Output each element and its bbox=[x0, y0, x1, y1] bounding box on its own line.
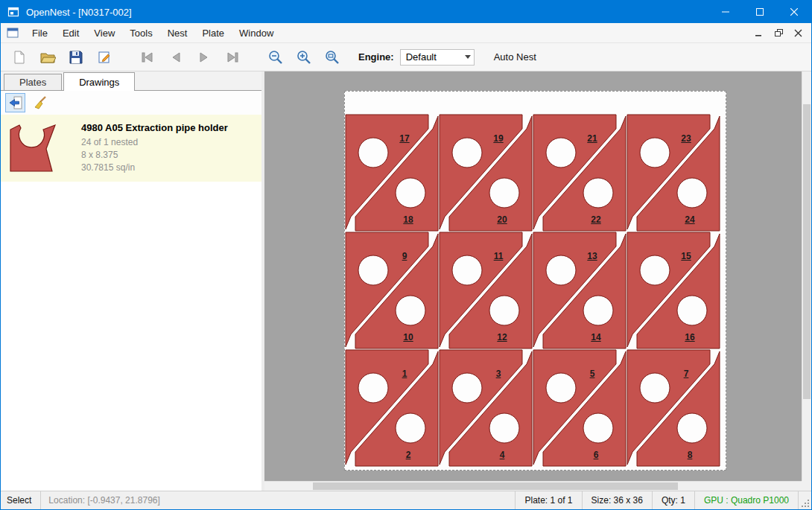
mdi-close-button[interactable] bbox=[789, 25, 807, 41]
zoom-in-button[interactable] bbox=[291, 46, 317, 68]
nest-pair-cell[interactable]: 2122 bbox=[533, 114, 627, 232]
mdi-restore-icon bbox=[774, 28, 784, 37]
part-number-label: 7 bbox=[684, 369, 689, 379]
auto-nest-button[interactable]: Auto Nest bbox=[488, 48, 542, 66]
part-number-label: 11 bbox=[494, 251, 504, 261]
nest-pair-cell[interactable]: 12 bbox=[345, 349, 439, 467]
menu-view[interactable]: View bbox=[86, 23, 122, 42]
import-drawing-icon bbox=[8, 95, 23, 110]
status-gpu: GPU : Quadro P1000 bbox=[694, 491, 798, 509]
part-number-label: 23 bbox=[681, 133, 691, 144]
menu-file[interactable]: File bbox=[25, 23, 55, 42]
nest-pair-cell[interactable]: 910 bbox=[345, 232, 439, 349]
part-number-label: 19 bbox=[493, 133, 503, 144]
nav-first-icon bbox=[141, 51, 154, 63]
menu-tools[interactable]: Tools bbox=[122, 23, 159, 42]
part-number-label: 22 bbox=[591, 214, 600, 225]
status-qty: Qty: 1 bbox=[652, 491, 694, 509]
new-file-icon bbox=[12, 50, 27, 65]
maximize-icon bbox=[756, 8, 764, 16]
part-number-label: 8 bbox=[688, 450, 693, 460]
zoom-out-button[interactable] bbox=[263, 46, 288, 68]
nest-pair-cell[interactable]: 1112 bbox=[439, 232, 533, 349]
resize-grip-icon bbox=[802, 500, 810, 508]
nest-pair-cell[interactable]: 1718 bbox=[345, 114, 439, 232]
engine-select[interactable]: Default bbox=[400, 49, 475, 66]
nest-pair-cell[interactable]: 1920 bbox=[439, 114, 533, 232]
minimize-icon bbox=[722, 8, 729, 16]
part-number-label: 6 bbox=[594, 450, 599, 460]
status-size: Size: 36 x 36 bbox=[582, 491, 652, 509]
nav-first-button[interactable] bbox=[135, 46, 160, 68]
nav-prev-button[interactable] bbox=[163, 46, 188, 68]
drawing-title: 4980 A05 Extraction pipe holder bbox=[81, 122, 228, 133]
tab-plates[interactable]: Plates bbox=[4, 74, 62, 90]
nest-pair-cell[interactable]: 1516 bbox=[627, 232, 720, 349]
minimize-button[interactable] bbox=[708, 1, 743, 23]
nav-last-icon bbox=[226, 51, 239, 63]
drawing-list-item[interactable]: 4980 A05 Extraction pipe holder 24 of 1 … bbox=[1, 115, 261, 182]
part-number-label: 21 bbox=[587, 133, 597, 144]
part-thumbnail bbox=[9, 124, 57, 173]
nest-pair-cell[interactable]: 56 bbox=[533, 349, 627, 467]
status-location: Location: [-0.9437, 21.8796] bbox=[41, 495, 515, 506]
mdi-close-icon bbox=[794, 29, 802, 37]
zoom-in-icon bbox=[296, 50, 311, 65]
engine-value: Default bbox=[406, 51, 462, 63]
nav-next-icon bbox=[197, 51, 211, 63]
clean-button[interactable] bbox=[30, 93, 50, 112]
horizontal-scrollbar[interactable] bbox=[264, 481, 802, 491]
resize-grip[interactable] bbox=[798, 491, 811, 509]
save-icon bbox=[69, 50, 83, 65]
menu-nest[interactable]: Nest bbox=[160, 23, 195, 42]
toolbar: Engine: Default Auto Nest bbox=[1, 42, 811, 71]
zoom-out-icon bbox=[268, 50, 283, 65]
menu-edit[interactable]: Edit bbox=[55, 23, 86, 42]
menu-window[interactable]: Window bbox=[232, 23, 281, 42]
hscroll-thumb[interactable] bbox=[313, 482, 678, 490]
nest-pair-cell[interactable]: 1314 bbox=[533, 232, 627, 349]
statusbar: Select Location: [-0.9437, 21.8796] Plat… bbox=[1, 491, 811, 509]
part-number-label: 10 bbox=[403, 332, 413, 342]
nav-last-button[interactable] bbox=[220, 46, 245, 68]
new-button[interactable] bbox=[7, 46, 32, 68]
sidebar-tabstrip: Plates Drawings bbox=[1, 71, 261, 91]
status-plate: Plate: 1 of 1 bbox=[515, 491, 581, 509]
status-mode: Select bbox=[1, 495, 40, 506]
vertical-scrollbar[interactable] bbox=[802, 71, 811, 481]
broom-icon bbox=[33, 95, 48, 110]
open-button[interactable] bbox=[35, 46, 60, 68]
maximize-button[interactable] bbox=[743, 1, 777, 23]
part-number-label: 18 bbox=[403, 214, 413, 225]
nest-pair-cell[interactable]: 78 bbox=[627, 349, 720, 467]
save-edit-button[interactable] bbox=[92, 46, 117, 68]
part-number-label: 5 bbox=[590, 369, 595, 379]
drawing-area: 30.7815 sq/in bbox=[81, 162, 228, 174]
import-drawing-button[interactable] bbox=[5, 93, 25, 112]
engine-label: Engine: bbox=[358, 51, 394, 63]
mdi-restore-button[interactable] bbox=[770, 25, 787, 41]
menubar: File Edit View Tools Nest Plate Window bbox=[1, 23, 811, 42]
nest-pair-cell[interactable]: 2324 bbox=[627, 114, 720, 232]
nav-prev-icon bbox=[169, 51, 183, 63]
nest-pair-cell[interactable]: 34 bbox=[439, 349, 533, 467]
part-number-label: 20 bbox=[497, 214, 507, 225]
document-window-icon bbox=[7, 28, 19, 38]
save-button[interactable] bbox=[63, 46, 89, 68]
app-icon bbox=[7, 6, 19, 18]
part-number-label: 12 bbox=[497, 332, 507, 342]
zoom-fit-icon bbox=[325, 50, 340, 65]
zoom-fit-button[interactable] bbox=[320, 46, 345, 68]
part-number-label: 3 bbox=[496, 369, 501, 379]
mdi-minimize-button[interactable] bbox=[750, 25, 768, 41]
part-number-label: 15 bbox=[681, 251, 691, 261]
tab-drawings[interactable]: Drawings bbox=[63, 72, 135, 91]
close-button[interactable] bbox=[777, 1, 811, 23]
drawings-toolbar bbox=[1, 91, 261, 115]
nav-next-button[interactable] bbox=[191, 46, 217, 68]
part-number-label: 16 bbox=[685, 332, 694, 342]
window-title: OpenNest - [N0317-002] bbox=[26, 7, 132, 18]
vscroll-thumb[interactable] bbox=[803, 104, 811, 399]
menu-plate[interactable]: Plate bbox=[194, 23, 232, 42]
mdi-minimize-icon bbox=[755, 28, 764, 37]
